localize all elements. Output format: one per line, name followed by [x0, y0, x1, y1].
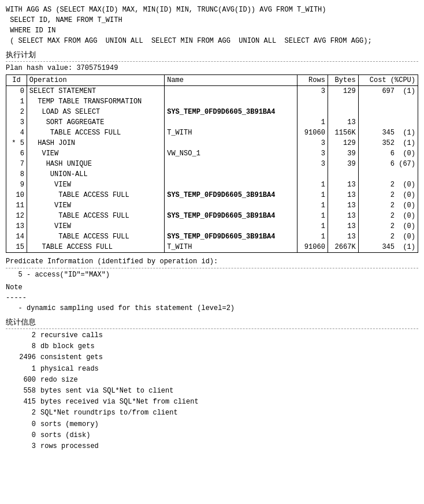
col-id: Id: [6, 75, 27, 86]
cell-rows: 1: [297, 117, 328, 128]
list-item: 1physical reads: [6, 364, 418, 375]
cell-operation: TABLE ACCESS FULL: [27, 242, 164, 253]
cell-operation: HASH JOIN: [27, 138, 164, 148]
table-row: 15 TABLE ACCESS FULL T_WITH 91060 2667K …: [6, 242, 418, 253]
cell-name: [165, 159, 297, 169]
stat-num: 2: [6, 408, 40, 419]
stat-num: 600: [6, 375, 40, 386]
stat-label: sorts (disk): [40, 430, 418, 441]
stat-label: db block gets: [40, 341, 418, 352]
cell-name: VW_NSO_1: [165, 148, 297, 159]
cell-cost: 697 (1): [358, 86, 418, 96]
divider-1: [6, 61, 418, 62]
cell-id: 13: [6, 221, 27, 232]
cell-operation: SELECT STATEMENT: [27, 86, 164, 96]
cell-bytes: 1156K: [328, 128, 358, 138]
cell-operation: TEMP TABLE TRANSFORMATION: [27, 96, 164, 107]
cell-id: 11: [6, 200, 27, 211]
table-row: 8 UNION-ALL: [6, 169, 418, 180]
stat-label: sorts (memory): [40, 419, 418, 430]
stat-num: 2496: [6, 352, 40, 363]
predicate-items: 5 - access("ID"="MAX"): [6, 270, 418, 280]
cell-name: SYS_TEMP_0FD9D6605_3B91BA4: [165, 232, 297, 242]
cell-cost: 2 (0): [358, 232, 418, 242]
cell-name: [165, 86, 297, 96]
cell-rows: [297, 107, 328, 117]
stat-label: recursive calls: [40, 330, 418, 341]
note-title: Note: [6, 282, 418, 293]
cell-cost: 345 (1): [358, 128, 418, 138]
cell-cost: 2 (0): [358, 200, 418, 211]
sql-block: WITH AGG AS (SELECT MAX(ID) MAX, MIN(ID)…: [6, 5, 418, 46]
exec-plan-title: 执行计划: [6, 50, 418, 60]
cell-rows: 1: [297, 232, 328, 242]
cell-name: [165, 96, 297, 107]
col-rows: Rows: [297, 75, 328, 86]
cell-operation: VIEW: [27, 148, 164, 159]
plan-table: Id Operation Name Rows Bytes Cost (%CPU)…: [6, 74, 418, 253]
cell-bytes: 39: [328, 159, 358, 169]
col-bytes: Bytes: [328, 75, 358, 86]
cell-bytes: [328, 169, 358, 180]
cell-bytes: 13: [328, 221, 358, 232]
cell-bytes: 39: [328, 148, 358, 159]
divider-3: [6, 328, 418, 329]
list-item: 0sorts (memory): [6, 419, 418, 430]
cell-id: 12: [6, 211, 27, 221]
stat-num: 8: [6, 341, 40, 352]
stat-label: redo size: [40, 375, 418, 386]
table-row: 7 HASH UNIQUE 3 39 6 (67): [6, 159, 418, 169]
cell-cost: 352 (1): [358, 138, 418, 148]
cell-operation: SORT AGGREGATE: [27, 117, 164, 128]
divider-2: [6, 268, 418, 268]
plan-header-row: Id Operation Name Rows Bytes Cost (%CPU): [6, 75, 418, 86]
cell-id: 1: [6, 96, 27, 107]
list-item: 3rows processed: [6, 441, 418, 452]
cell-name: [165, 180, 297, 190]
stat-num: 415: [6, 397, 40, 408]
cell-rows: 3: [297, 159, 328, 169]
cell-rows: 3: [297, 138, 328, 148]
cell-cost: [358, 117, 418, 128]
table-row: 0 SELECT STATEMENT 3 129 697 (1): [6, 86, 418, 96]
table-row: 14 TABLE ACCESS FULL SYS_TEMP_0FD9D6605_…: [6, 232, 418, 242]
stat-num: 1: [6, 364, 40, 375]
stat-label: SQL*Net roundtrips to/from client: [40, 408, 418, 419]
note-items: - dynamic sampling used for this stateme…: [6, 303, 418, 313]
cell-rows: [297, 169, 328, 180]
cell-id: 10: [6, 190, 27, 200]
cell-rows: 1: [297, 180, 328, 190]
cell-operation: VIEW: [27, 180, 164, 190]
table-row: 1 TEMP TABLE TRANSFORMATION: [6, 96, 418, 107]
cell-bytes: 13: [328, 117, 358, 128]
cell-operation: HASH UNIQUE: [27, 159, 164, 169]
cell-cost: 2 (0): [358, 221, 418, 232]
cell-rows: 1: [297, 190, 328, 200]
list-item: 558bytes sent via SQL*Net to client: [6, 386, 418, 397]
cell-rows: 1: [297, 211, 328, 221]
cell-cost: [358, 96, 418, 107]
stat-label: bytes sent via SQL*Net to client: [40, 386, 418, 397]
cell-cost: 345 (1): [358, 242, 418, 253]
cell-rows: 91060: [297, 242, 328, 253]
cell-name: [165, 138, 297, 148]
stat-num: 3: [6, 441, 40, 452]
sql-line4: ( SELECT MAX FROM AGG UNION ALL SELECT M…: [6, 36, 418, 46]
list-item: 2recursive calls: [6, 330, 418, 341]
cell-operation: UNION-ALL: [27, 169, 164, 180]
cell-name: T_WITH: [165, 128, 297, 138]
cell-cost: [358, 107, 418, 117]
list-item: 2496consistent gets: [6, 352, 418, 363]
stat-num: 0: [6, 430, 40, 441]
cell-rows: 1: [297, 221, 328, 232]
cell-operation: TABLE ACCESS FULL: [27, 232, 164, 242]
cell-cost: 2 (0): [358, 211, 418, 221]
sql-line1: WITH AGG AS (SELECT MAX(ID) MAX, MIN(ID)…: [6, 5, 418, 15]
stats-section: 统计信息 2recursive calls8db block gets2496c…: [6, 317, 418, 452]
table-row: 6 VIEW VW_NSO_1 3 39 6 (0): [6, 148, 418, 159]
cell-bytes: 13: [328, 180, 358, 190]
table-row: 4 TABLE ACCESS FULL T_WITH 91060 1156K 3…: [6, 128, 418, 138]
cell-rows: 3: [297, 86, 328, 96]
cell-id: 6: [6, 148, 27, 159]
cell-id: 0: [6, 86, 27, 96]
